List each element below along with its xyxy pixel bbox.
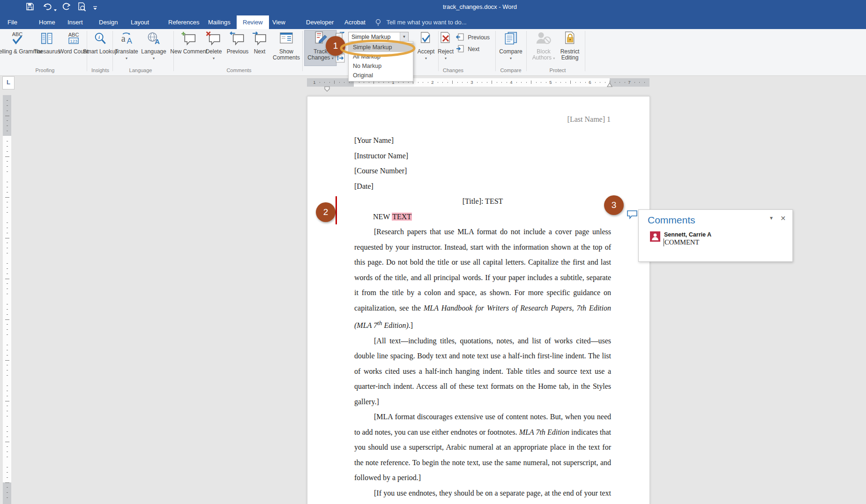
tab-stop-selector[interactable]: L <box>2 76 15 89</box>
next-comment-icon <box>252 31 268 47</box>
annotation-ellipse <box>339 39 416 57</box>
group-label-proofing: Proofing <box>36 67 55 73</box>
hanging-indent-marker[interactable] <box>324 86 330 92</box>
comment-indicator-icon[interactable] <box>627 210 638 221</box>
new-comment-button[interactable]: New Comment <box>170 30 207 55</box>
author-avatar <box>650 231 660 242</box>
person-icon <box>651 233 659 240</box>
group-divider <box>526 31 527 71</box>
menu-item-original[interactable]: Original <box>349 71 413 80</box>
show-comments-button[interactable]: Show Comments <box>271 30 302 61</box>
translate-button[interactable]: aA Translate▾ <box>115 30 138 61</box>
group-divider <box>585 31 585 71</box>
translate-icon: aA <box>115 31 138 47</box>
group-label-changes: Changes <box>443 67 463 73</box>
close-pane-icon[interactable]: ✕ <box>780 215 786 222</box>
tracked-change-bar[interactable] <box>336 196 337 224</box>
reject-icon <box>438 31 454 47</box>
new-comment-icon <box>170 31 207 47</box>
svg-text:123: 123 <box>70 38 77 44</box>
document-line[interactable]: [Course Number] <box>354 163 611 179</box>
ribbon: ABC Spelling & Grammar Thesaurus ABC123 … <box>0 29 866 76</box>
svg-text:a: a <box>121 33 126 44</box>
previous-change-icon <box>456 33 464 41</box>
previous-comment-icon <box>227 31 249 47</box>
document-body[interactable]: [Your Name][Instructor Name][Course Numb… <box>354 133 611 504</box>
group-label-language: Language <box>129 67 152 73</box>
right-indent-marker[interactable] <box>606 82 613 87</box>
delete-comment-icon <box>206 31 222 47</box>
thesaurus-icon <box>34 31 60 47</box>
next-change-icon <box>456 44 464 53</box>
delete-comment-button[interactable]: Delete▾ <box>206 30 222 61</box>
collapse-pane-icon[interactable]: ▼ <box>769 215 774 221</box>
document-title-line[interactable]: [Title]: TEST <box>354 194 611 209</box>
tab-layout[interactable]: Layout <box>125 15 155 29</box>
next-change-button[interactable]: Next <box>456 44 479 53</box>
group-divider <box>302 31 303 71</box>
restrict-editing-icon <box>560 31 580 47</box>
tab-file[interactable]: File <box>1 15 23 29</box>
accept-icon <box>418 31 435 47</box>
tab-references[interactable]: References <box>162 15 205 29</box>
document-paragraph[interactable]: [All text—including titles, quotations, … <box>354 334 611 410</box>
compare-button[interactable]: Compare▾ <box>499 30 522 61</box>
tab-review[interactable]: Review <box>237 15 269 29</box>
ribbon-tab-bar: FileHomeInsertDesignLayoutReferencesMail… <box>0 14 866 29</box>
window-title: track_changes.docx - Word <box>0 3 866 10</box>
document-line[interactable]: [Instructor Name] <box>354 148 611 164</box>
show-comments-icon <box>271 31 302 47</box>
compare-icon <box>499 31 522 47</box>
comment-text[interactable]: COMMENT <box>664 238 699 246</box>
previous-change-button[interactable]: Previous <box>456 33 490 41</box>
callout-3: 3 <box>604 195 624 215</box>
group-label-compare: Compare <box>500 67 521 73</box>
tab-design[interactable]: Design <box>93 15 124 29</box>
word-application-window: track_changes.docx - Word FileHomeInsert… <box>0 0 866 504</box>
page-header-text: [Last Name] 1 <box>567 115 611 124</box>
group-divider <box>495 31 496 71</box>
comments-pane-title: Comments <box>648 215 695 226</box>
tab-insert[interactable]: Insert <box>61 15 89 29</box>
document-paragraph[interactable]: [MLA format discourages extensive use of… <box>354 409 611 486</box>
tracked-insertion-highlight[interactable]: TEXT <box>392 213 412 221</box>
group-label-protect: Protect <box>550 67 566 73</box>
comments-pane: Comments ▼ ✕ Sennett, Carrie A COMMENT <box>638 209 793 262</box>
thesaurus-button[interactable]: Thesaurus <box>34 30 60 55</box>
menu-item-no-markup[interactable]: No Markup <box>349 61 413 71</box>
block-authors-icon <box>532 31 555 47</box>
group-label-insights: Insights <box>91 67 109 73</box>
tab-mailings[interactable]: Mailings <box>202 15 237 29</box>
tell-me-box[interactable]: Tell me what you want to do... <box>375 15 467 29</box>
callout-2: 2 <box>316 202 336 222</box>
accept-button[interactable]: Accept▾ <box>418 30 435 61</box>
reject-button[interactable]: Reject▾ <box>438 30 454 61</box>
set-language-button[interactable]: A Language▾ <box>141 30 166 61</box>
language-globe-icon: A <box>141 31 166 47</box>
document-paragraph[interactable]: [If you use endnotes, they should be on … <box>354 486 611 504</box>
document-line[interactable]: [Your Name] <box>354 133 611 148</box>
tab-acrobat[interactable]: Acrobat <box>338 15 372 29</box>
restrict-editing-button[interactable]: Restrict Editing <box>560 30 580 61</box>
vertical-ruler[interactable] <box>3 95 11 504</box>
svg-text:A: A <box>127 37 132 45</box>
svg-text:A: A <box>155 37 160 45</box>
block-authors-button: Block Authors ▾ <box>532 30 555 61</box>
tab-home[interactable]: Home <box>33 15 61 29</box>
comment-author: Sennett, Carrie A <box>664 231 711 238</box>
next-comment-button[interactable]: Next <box>252 30 268 55</box>
tracked-insertion-line[interactable]: NEW TEXT <box>354 209 611 225</box>
lightbulb-icon <box>375 19 381 26</box>
document-paragraph[interactable]: [Research papers that use MLA format do … <box>354 224 611 334</box>
document-line[interactable]: [Date] <box>354 179 611 194</box>
group-label-comments: Comments <box>226 67 251 73</box>
title-bar: track_changes.docx - Word <box>0 0 866 14</box>
document-page[interactable]: [Last Name] 1 [Your Name][Instructor Nam… <box>307 96 650 504</box>
tab-developer[interactable]: Developer <box>300 15 340 29</box>
tell-me-placeholder: Tell me what you want to do... <box>386 19 466 26</box>
tab-view[interactable]: View <box>266 15 291 29</box>
group-divider <box>112 31 113 71</box>
svg-text:ABC: ABC <box>68 32 79 37</box>
previous-comment-button[interactable]: Previous <box>227 30 249 55</box>
